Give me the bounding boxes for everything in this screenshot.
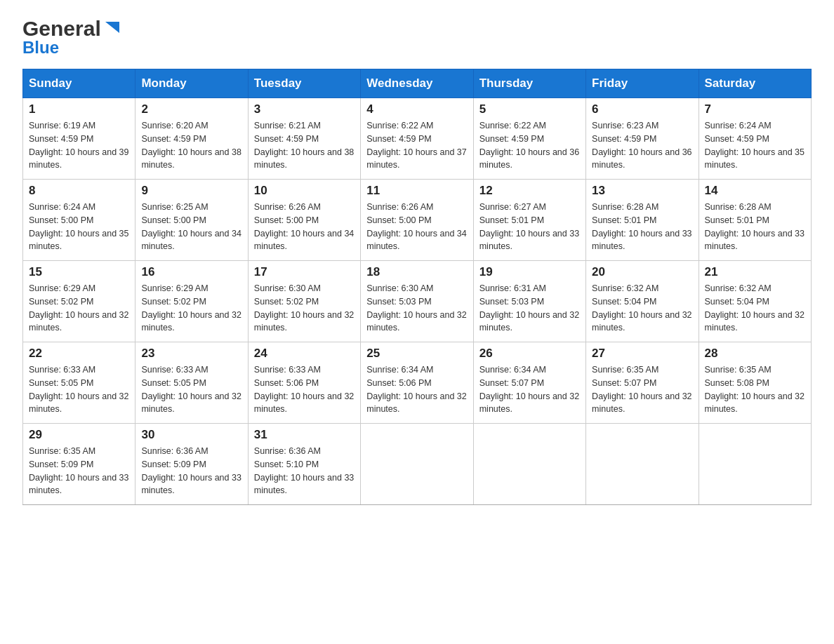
day-number: 14 [705,184,805,198]
calendar-cell: 9 Sunrise: 6:25 AM Sunset: 5:00 PM Dayli… [135,180,248,261]
calendar-day-header: Monday [135,69,248,98]
day-info: Sunrise: 6:30 AM Sunset: 5:02 PM Dayligh… [254,282,355,335]
day-number: 18 [366,265,467,279]
calendar-cell: 23 Sunrise: 6:33 AM Sunset: 5:05 PM Dayl… [135,342,248,424]
calendar-cell: 8 Sunrise: 6:24 AM Sunset: 5:00 PM Dayli… [23,180,135,261]
day-number: 30 [141,428,241,442]
day-info: Sunrise: 6:33 AM Sunset: 5:05 PM Dayligh… [141,363,241,416]
day-info: Sunrise: 6:22 AM Sunset: 4:59 PM Dayligh… [366,119,467,172]
calendar-week-row: 22 Sunrise: 6:33 AM Sunset: 5:05 PM Dayl… [23,342,812,424]
calendar-cell: 25 Sunrise: 6:34 AM Sunset: 5:06 PM Dayl… [361,342,473,424]
day-number: 16 [141,265,241,279]
calendar-cell: 3 Sunrise: 6:21 AM Sunset: 4:59 PM Dayli… [248,98,360,180]
day-info: Sunrise: 6:32 AM Sunset: 5:04 PM Dayligh… [705,282,805,335]
day-info: Sunrise: 6:36 AM Sunset: 5:10 PM Dayligh… [254,445,355,497]
day-info: Sunrise: 6:28 AM Sunset: 5:01 PM Dayligh… [592,201,692,253]
calendar-cell: 10 Sunrise: 6:26 AM Sunset: 5:00 PM Dayl… [248,180,360,261]
calendar-cell: 18 Sunrise: 6:30 AM Sunset: 5:03 PM Dayl… [361,261,473,342]
calendar-day-header: Tuesday [248,69,360,98]
day-info: Sunrise: 6:34 AM Sunset: 5:06 PM Dayligh… [366,363,467,416]
day-number: 4 [366,102,467,116]
calendar-cell [699,424,811,505]
calendar-day-header: Friday [586,69,699,98]
day-info: Sunrise: 6:24 AM Sunset: 4:59 PM Dayligh… [705,119,805,172]
calendar-cell [586,424,699,505]
day-number: 3 [254,102,355,116]
day-info: Sunrise: 6:22 AM Sunset: 4:59 PM Dayligh… [479,119,580,172]
calendar-cell: 21 Sunrise: 6:32 AM Sunset: 5:04 PM Dayl… [699,261,811,342]
calendar-week-row: 29 Sunrise: 6:35 AM Sunset: 5:09 PM Dayl… [23,424,812,505]
day-info: Sunrise: 6:30 AM Sunset: 5:03 PM Dayligh… [366,282,467,335]
day-info: Sunrise: 6:36 AM Sunset: 5:09 PM Dayligh… [141,445,241,497]
day-info: Sunrise: 6:35 AM Sunset: 5:07 PM Dayligh… [592,363,692,416]
day-number: 31 [254,428,355,442]
calendar-table: SundayMondayTuesdayWednesdayThursdayFrid… [22,69,812,505]
calendar-day-header: Saturday [699,69,811,98]
day-number: 28 [705,347,805,361]
day-info: Sunrise: 6:28 AM Sunset: 5:01 PM Dayligh… [705,201,805,253]
day-number: 22 [29,347,129,361]
calendar-cell: 19 Sunrise: 6:31 AM Sunset: 5:03 PM Dayl… [473,261,585,342]
calendar-cell: 2 Sunrise: 6:20 AM Sunset: 4:59 PM Dayli… [135,98,248,180]
calendar-cell: 22 Sunrise: 6:33 AM Sunset: 5:05 PM Dayl… [23,342,135,424]
day-number: 23 [141,347,241,361]
day-number: 21 [705,265,805,279]
day-number: 27 [592,347,692,361]
day-info: Sunrise: 6:33 AM Sunset: 5:06 PM Dayligh… [254,363,355,416]
day-info: Sunrise: 6:23 AM Sunset: 4:59 PM Dayligh… [592,119,692,172]
calendar-cell: 4 Sunrise: 6:22 AM Sunset: 4:59 PM Dayli… [361,98,473,180]
day-number: 26 [479,347,580,361]
day-info: Sunrise: 6:35 AM Sunset: 5:08 PM Dayligh… [705,363,805,416]
logo-triangle-icon [102,18,122,37]
day-info: Sunrise: 6:35 AM Sunset: 5:09 PM Dayligh… [29,445,129,497]
day-number: 10 [254,184,355,198]
day-number: 24 [254,347,355,361]
calendar-header-row: SundayMondayTuesdayWednesdayThursdayFrid… [23,69,812,98]
day-number: 6 [592,102,692,116]
day-number: 2 [141,102,241,116]
calendar-day-header: Wednesday [361,69,473,98]
calendar-cell: 16 Sunrise: 6:29 AM Sunset: 5:02 PM Dayl… [135,261,248,342]
calendar-cell: 17 Sunrise: 6:30 AM Sunset: 5:02 PM Dayl… [248,261,360,342]
calendar-cell: 26 Sunrise: 6:34 AM Sunset: 5:07 PM Dayl… [473,342,585,424]
logo-general-text: General [22,17,101,41]
day-number: 12 [479,184,580,198]
calendar-cell: 6 Sunrise: 6:23 AM Sunset: 4:59 PM Dayli… [586,98,699,180]
calendar-cell: 5 Sunrise: 6:22 AM Sunset: 4:59 PM Dayli… [473,98,585,180]
day-number: 15 [29,265,129,279]
calendar-cell: 29 Sunrise: 6:35 AM Sunset: 5:09 PM Dayl… [23,424,135,505]
calendar-cell: 1 Sunrise: 6:19 AM Sunset: 4:59 PM Dayli… [23,98,135,180]
day-info: Sunrise: 6:21 AM Sunset: 4:59 PM Dayligh… [254,119,355,172]
calendar-cell: 20 Sunrise: 6:32 AM Sunset: 5:04 PM Dayl… [586,261,699,342]
logo-blue-text: Blue [22,38,59,58]
calendar-day-header: Sunday [23,69,135,98]
calendar-cell [473,424,585,505]
day-number: 19 [479,265,580,279]
calendar-cell: 11 Sunrise: 6:26 AM Sunset: 5:00 PM Dayl… [361,180,473,261]
day-number: 17 [254,265,355,279]
day-number: 1 [29,102,129,116]
calendar-cell: 14 Sunrise: 6:28 AM Sunset: 5:01 PM Dayl… [699,180,811,261]
calendar-cell: 31 Sunrise: 6:36 AM Sunset: 5:10 PM Dayl… [248,424,360,505]
day-info: Sunrise: 6:31 AM Sunset: 5:03 PM Dayligh… [479,282,580,335]
day-info: Sunrise: 6:29 AM Sunset: 5:02 PM Dayligh… [29,282,129,335]
day-info: Sunrise: 6:25 AM Sunset: 5:00 PM Dayligh… [141,201,241,253]
logo: General Blue [22,17,122,58]
day-number: 5 [479,102,580,116]
calendar-day-header: Thursday [473,69,585,98]
calendar-cell: 13 Sunrise: 6:28 AM Sunset: 5:01 PM Dayl… [586,180,699,261]
day-info: Sunrise: 6:27 AM Sunset: 5:01 PM Dayligh… [479,201,580,253]
calendar-cell: 30 Sunrise: 6:36 AM Sunset: 5:09 PM Dayl… [135,424,248,505]
calendar-week-row: 8 Sunrise: 6:24 AM Sunset: 5:00 PM Dayli… [23,180,812,261]
calendar-cell [361,424,473,505]
calendar-week-row: 15 Sunrise: 6:29 AM Sunset: 5:02 PM Dayl… [23,261,812,342]
day-info: Sunrise: 6:24 AM Sunset: 5:00 PM Dayligh… [29,201,129,253]
day-info: Sunrise: 6:32 AM Sunset: 5:04 PM Dayligh… [592,282,692,335]
day-number: 9 [141,184,241,198]
day-number: 29 [29,428,129,442]
calendar-week-row: 1 Sunrise: 6:19 AM Sunset: 4:59 PM Dayli… [23,98,812,180]
day-number: 20 [592,265,692,279]
calendar-cell: 7 Sunrise: 6:24 AM Sunset: 4:59 PM Dayli… [699,98,811,180]
page-header: General Blue [22,17,812,58]
day-number: 8 [29,184,129,198]
